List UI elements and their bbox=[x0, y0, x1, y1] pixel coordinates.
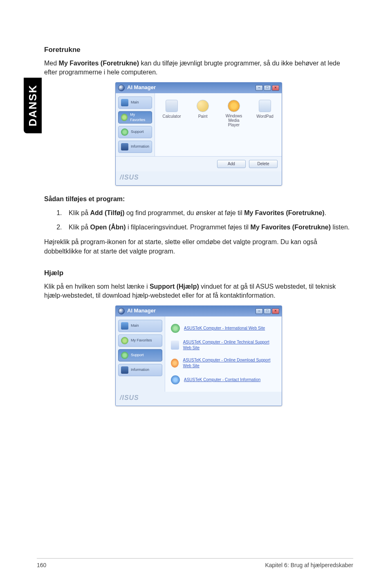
window-title: AI Manager bbox=[127, 307, 156, 314]
support-link-download[interactable]: ASUSTeK Computer - Online Download Suppo… bbox=[171, 357, 276, 369]
text: Klik på bbox=[69, 224, 90, 231]
text: i filplaceringsvinduet. Programmet føjes… bbox=[126, 224, 251, 231]
support-link-label: ASUSTeK Computer - Online Download Suppo… bbox=[183, 357, 276, 369]
information-icon bbox=[121, 143, 128, 150]
brand-footer: /ISUS bbox=[116, 171, 282, 185]
steps-list: Klik på Add (Tilføj) og find programmet,… bbox=[64, 209, 353, 232]
favorite-label: Calculator bbox=[163, 114, 181, 119]
footer-divider bbox=[37, 558, 353, 559]
paint-icon bbox=[197, 100, 209, 112]
sidebar-item-information[interactable]: Information bbox=[118, 364, 162, 376]
sidebar-item-label: Information bbox=[131, 144, 149, 149]
help-intro: Klik på en hvilken som helst lænke i Sup… bbox=[44, 282, 353, 301]
sidebar-item-label: My Favorites bbox=[131, 338, 152, 343]
sidebar-item-label: My Favorites bbox=[130, 112, 149, 122]
sidebar-item-label: Support bbox=[131, 352, 144, 358]
window-titlebar: AI Manager – □ × bbox=[116, 306, 282, 316]
sidebar-item-support[interactable]: Support bbox=[118, 349, 162, 361]
favorite-label: Media Player bbox=[228, 118, 240, 127]
close-icon[interactable]: × bbox=[272, 308, 279, 314]
step-2: Klik på Open (Åbn) i filplaceringsvindue… bbox=[64, 223, 353, 232]
language-tab: DANSK bbox=[24, 78, 42, 133]
section-heading-favorites: Foretrukne bbox=[44, 45, 353, 55]
information-icon bbox=[121, 366, 128, 374]
minimize-icon[interactable]: – bbox=[256, 308, 263, 314]
sidebar-item-label: Main bbox=[131, 100, 139, 105]
page-number: 160 bbox=[37, 562, 46, 568]
text: Klik på bbox=[69, 209, 90, 216]
sidebar: Main My Favorites Support Informati bbox=[116, 316, 165, 392]
download-icon bbox=[171, 359, 179, 368]
favorite-app-wmp[interactable]: Windows Media Player bbox=[223, 100, 245, 127]
maximize-icon[interactable]: □ bbox=[264, 308, 271, 314]
support-link-technical[interactable]: ASUSTeK Computer - Online Technical Supp… bbox=[171, 339, 276, 351]
text-bold: Open (Åbn) bbox=[90, 224, 126, 231]
text-bold: My Favorites (Foretrukne) bbox=[59, 60, 139, 67]
sidebar-item-label: Support bbox=[131, 129, 144, 135]
support-icon bbox=[121, 128, 128, 136]
favorites-icon bbox=[121, 114, 128, 121]
window-title: AI Manager bbox=[127, 84, 156, 91]
minimize-icon[interactable]: – bbox=[256, 85, 263, 91]
globe-icon bbox=[171, 324, 180, 333]
chapter-label: Kapitel 6: Brug af hjælperedskaber bbox=[265, 562, 353, 568]
sidebar-item-main[interactable]: Main bbox=[118, 320, 162, 332]
text: . bbox=[325, 209, 326, 216]
support-pane: ASUSTeK Computer - International Web Sit… bbox=[165, 316, 282, 392]
text: og find programmet, du ønsker at føje ti… bbox=[125, 209, 244, 216]
sidebar-item-favorites[interactable]: My Favorites bbox=[118, 111, 152, 123]
add-button[interactable]: Add bbox=[217, 160, 246, 168]
contact-icon bbox=[171, 375, 180, 384]
favorite-label: Windows bbox=[226, 114, 242, 118]
steps-heading: Sådan tilføjes et program: bbox=[44, 195, 353, 204]
support-link-international[interactable]: ASUSTeK Computer - International Web Sit… bbox=[171, 324, 276, 333]
text-bold: My Favorites (Foretrukne) bbox=[244, 209, 324, 216]
text-bold: My Favorites (Foretrukne) bbox=[251, 224, 331, 231]
sidebar-item-support[interactable]: Support bbox=[118, 126, 152, 138]
sidebar: Main My Favorites Support Informati bbox=[116, 93, 155, 156]
brand-footer: /ISUS bbox=[116, 392, 282, 406]
text: listen. bbox=[331, 224, 350, 231]
aimanager-support-window: AI Manager – □ × Main bbox=[115, 305, 282, 406]
favorite-label: Paint bbox=[198, 114, 208, 119]
after-steps-paragraph: Højreklik på program-ikonen for at start… bbox=[44, 238, 353, 256]
document-body: Foretrukne Med My Favorites (Foretrukne)… bbox=[44, 45, 353, 406]
sidebar-item-label: Information bbox=[131, 367, 149, 373]
window-titlebar: AI Manager – □ × bbox=[116, 83, 282, 93]
support-link-label: ASUSTeK Computer - International Web Sit… bbox=[184, 325, 265, 331]
close-icon[interactable]: × bbox=[272, 85, 279, 91]
favorites-intro: Med My Favorites (Foretrukne) kan du til… bbox=[44, 59, 353, 77]
text-bold: Add (Tilføj) bbox=[90, 209, 124, 216]
document-icon bbox=[171, 341, 179, 350]
favorite-app-calculator[interactable]: Calculator bbox=[161, 100, 183, 127]
text: Klik på en hvilken som helst lænke i bbox=[44, 283, 150, 290]
app-logo-icon bbox=[118, 85, 125, 91]
calculator-icon bbox=[166, 100, 178, 112]
main-icon bbox=[121, 322, 128, 330]
maximize-icon[interactable]: □ bbox=[264, 85, 271, 91]
favorite-label: WordPad bbox=[256, 114, 273, 119]
sidebar-item-information[interactable]: Information bbox=[118, 141, 152, 153]
sidebar-item-label: Main bbox=[131, 323, 139, 328]
main-icon bbox=[121, 99, 128, 106]
support-link-contact[interactable]: ASUSTeK Computer - Contact Information bbox=[171, 375, 276, 384]
step-1: Klik på Add (Tilføj) og find programmet,… bbox=[64, 209, 353, 218]
favorites-icon bbox=[121, 337, 128, 344]
section-heading-help: Hjælp bbox=[44, 268, 353, 278]
wordpad-icon bbox=[259, 100, 271, 112]
app-logo-icon bbox=[118, 308, 125, 314]
support-link-label: ASUSTeK Computer - Online Technical Supp… bbox=[183, 339, 276, 351]
favorite-app-paint[interactable]: Paint bbox=[192, 100, 214, 127]
sidebar-item-favorites[interactable]: My Favorites bbox=[118, 334, 162, 347]
delete-button[interactable]: Delete bbox=[249, 160, 278, 168]
favorites-pane: Calculator Paint Windows Media Player bbox=[155, 93, 282, 156]
favorite-app-wordpad[interactable]: WordPad bbox=[254, 100, 276, 127]
text: Med bbox=[44, 60, 59, 67]
aimanager-favorites-window: AI Manager – □ × Main bbox=[115, 82, 282, 186]
window-button-bar: Add Delete bbox=[116, 156, 282, 171]
media-player-icon bbox=[228, 100, 240, 112]
support-icon bbox=[121, 352, 128, 359]
page-footer: 160 Kapitel 6: Brug af hjælperedskaber bbox=[37, 562, 353, 568]
sidebar-item-main[interactable]: Main bbox=[118, 97, 152, 109]
text-bold: Support (Hjælp) bbox=[150, 283, 199, 290]
